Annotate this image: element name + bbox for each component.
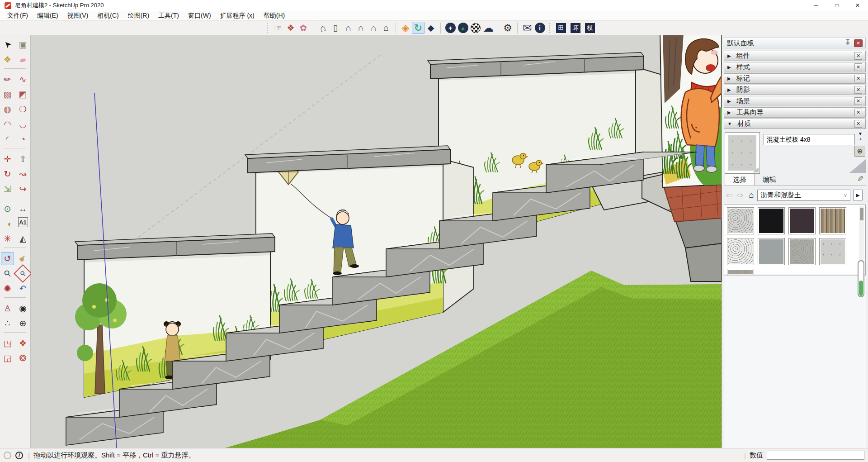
section-close-icon[interactable]: ✕ (854, 63, 862, 71)
orbit-tool[interactable]: ↺ (1, 252, 14, 265)
model-viewport[interactable] (31, 35, 722, 448)
expand-arrow-icon[interactable]: ▶ (727, 87, 731, 92)
protractor-tool[interactable]: ◖ (3, 217, 16, 230)
menu-draw[interactable]: 绘图(R) (123, 11, 154, 20)
pie-tool[interactable]: ◔ (16, 133, 29, 146)
menu-tools[interactable]: 工具(T) (154, 11, 184, 20)
compass-tool[interactable]: ⊕ (16, 317, 29, 330)
section-close-icon[interactable]: ✕ (854, 86, 862, 94)
plugin-vegetation-icon[interactable]: ✿ (297, 22, 310, 34)
material-preview[interactable] (725, 132, 760, 174)
geolocation-icon[interactable]: ◦ (4, 452, 11, 459)
swatch-board-formed[interactable] (819, 207, 846, 234)
section-scenes[interactable]: ▶场景✕ (724, 96, 866, 106)
view-left-icon[interactable]: ⌂ (367, 22, 380, 34)
panel-close-icon[interactable]: ✕ (854, 39, 863, 47)
panel-header[interactable]: 默认面板 ✕ (724, 38, 866, 48)
section-instructor[interactable]: ▶工具向导✕ (724, 107, 866, 118)
section-close-icon[interactable]: ✕ (854, 97, 862, 105)
section-close-icon[interactable]: ✕ (854, 109, 862, 116)
plugin-panel-huai-button[interactable]: 坏 (571, 23, 580, 33)
push-pull-tool[interactable]: ⇧ (16, 152, 29, 166)
measurement-input[interactable] (767, 451, 864, 460)
make-component-tool[interactable]: ▣ (16, 38, 29, 51)
su-library-icon[interactable]: ◈ (399, 22, 412, 34)
hand-tool-icon[interactable]: ☞ (272, 22, 284, 34)
sync-refresh-icon[interactable]: ↻ (412, 22, 425, 34)
sample-paint-triangle[interactable] (849, 159, 866, 173)
expand-arrow-icon[interactable]: ▶ (727, 99, 731, 104)
eraser-tool[interactable]: ▰ (16, 53, 29, 66)
3d-text-tool[interactable]: ◭ (16, 232, 29, 245)
swatch-smooth-concrete[interactable] (758, 238, 785, 265)
back-icon[interactable]: ⇦ (724, 191, 735, 200)
line-tool[interactable]: ✏ (1, 73, 14, 86)
section-fill-tool[interactable]: ❂ (16, 352, 29, 365)
freehand-tool[interactable]: ∿ (16, 73, 29, 86)
arc-tool[interactable]: ◠ (1, 118, 14, 131)
offset-tool[interactable]: ↪ (16, 182, 29, 195)
axes-tool[interactable]: ✳ (1, 232, 14, 245)
menu-extensions[interactable]: 扩展程序 (x) (216, 11, 259, 20)
pin-icon[interactable] (845, 39, 850, 47)
swatch-aggregate[interactable] (788, 238, 816, 265)
close-button[interactable]: ✕ (847, 0, 868, 11)
view-top-icon[interactable]: ⌂ (354, 22, 367, 34)
plugin-panel-tian-button[interactable]: 田 (556, 23, 566, 33)
tab-select[interactable]: 选择 (725, 174, 755, 186)
section-tags[interactable]: ▶标记✕ (724, 73, 866, 84)
follow-me-tool[interactable]: ↝ (16, 167, 29, 181)
panel-scrollbar[interactable] (858, 260, 864, 297)
expand-arrow-icon[interactable]: ▶ (727, 110, 731, 115)
forward-icon[interactable]: ⇨ (735, 191, 745, 200)
section-close-icon[interactable]: ✕ (854, 75, 862, 82)
section-components[interactable]: ▶组件✕ (724, 51, 866, 61)
view-box-icon[interactable]: ▯ (329, 22, 342, 34)
swatch-concrete-form[interactable] (819, 238, 846, 265)
text-tool[interactable]: A1 (18, 217, 28, 227)
section-display-tool[interactable]: ❖ (16, 337, 29, 350)
swatch-light-concrete[interactable] (727, 207, 754, 234)
checker-sphere-icon[interactable] (469, 22, 482, 34)
collapse-arrow-icon[interactable]: ▼ (727, 121, 732, 126)
expand-arrow-icon[interactable]: ▶ (727, 53, 731, 58)
plugin-material-replace-icon[interactable]: ❖ (284, 22, 297, 34)
menu-window[interactable]: 窗口(W) (184, 11, 216, 20)
section-styles[interactable]: ▶样式✕ (724, 62, 866, 72)
two-point-arc-tool[interactable]: ◡ (16, 118, 29, 131)
section-close-icon[interactable]: ✕ (854, 52, 862, 60)
cloud-upload-icon[interactable]: ☁ (482, 22, 495, 34)
walk-tool[interactable]: ∴ (1, 317, 14, 330)
menu-file[interactable]: 文件(F) (3, 11, 33, 20)
collection-dropdown[interactable]: 沥青和混凝土 ∨ (757, 190, 850, 201)
look-around-tool[interactable]: ◉ (16, 302, 29, 315)
section-shadows[interactable]: ▶阴影✕ (724, 85, 866, 95)
add-location-icon[interactable]: + (444, 22, 457, 34)
info-icon[interactable]: i (533, 22, 546, 34)
position-camera-tool[interactable]: ♙ (1, 302, 14, 315)
rotate-tool[interactable]: ↻ (1, 167, 14, 181)
secondary-pane-icon[interactable]: ▼＋ (856, 131, 865, 143)
girl-mural-wall[interactable] (660, 35, 722, 222)
zoom-extents-tool[interactable]: ✺ (1, 282, 14, 295)
move-tool[interactable]: ✛ (1, 152, 14, 166)
maximize-button[interactable]: □ (826, 0, 847, 11)
create-material-icon[interactable]: ⊕ (854, 146, 865, 157)
swatch-rough-concrete[interactable] (727, 269, 754, 275)
swatch-white-concrete[interactable] (727, 238, 754, 265)
tape-measure-tool[interactable]: ⊙ (1, 202, 14, 215)
swatch-new-asphalt[interactable] (758, 207, 785, 234)
plugin-panel-mo-button[interactable]: 模 (585, 23, 595, 33)
tab-edit[interactable]: 编辑 (755, 174, 784, 186)
menu-edit[interactable]: 编辑(E) (33, 11, 63, 20)
tree-asset-icon[interactable]: ▲ (457, 22, 469, 34)
menu-camera[interactable]: 相机(C) (93, 11, 123, 20)
select-tool[interactable]: ➤ (0, 35, 17, 54)
home-icon[interactable]: ⌂ (745, 191, 757, 200)
status-info-icon[interactable]: i (15, 452, 23, 459)
expand-arrow-icon[interactable]: ▶ (727, 65, 731, 70)
zoom-window-tool[interactable]: ⚲ (14, 264, 32, 283)
viewport-scene[interactable] (31, 35, 722, 448)
menu-view[interactable]: 视图(V) (63, 11, 93, 20)
minimize-button[interactable]: ─ (806, 0, 826, 11)
